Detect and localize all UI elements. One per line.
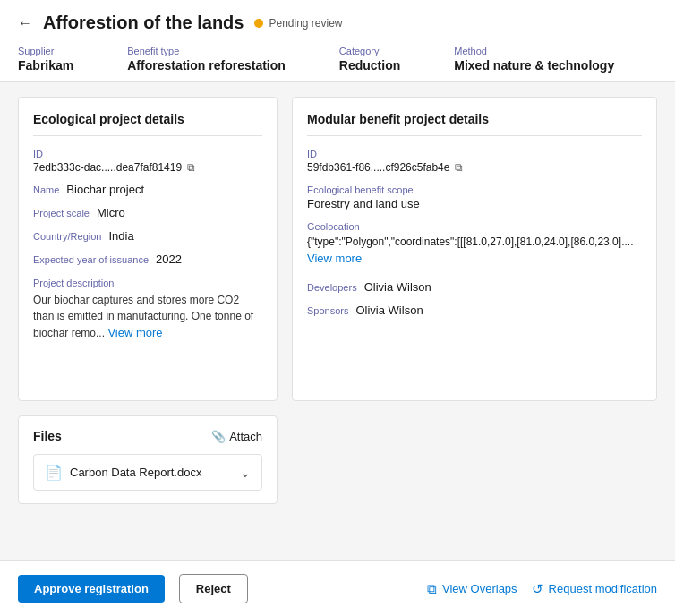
file-row[interactable]: 📄 Carbon Data Report.docx ⌄: [33, 454, 262, 491]
eco-view-more-link[interactable]: View more: [107, 326, 162, 339]
mod-geolocation-text: {"type":"Polygon","coordinates":[[[81.0,…: [307, 234, 642, 268]
chevron-down-icon[interactable]: ⌄: [240, 466, 251, 480]
category-label: Category: [339, 46, 400, 56]
files-header: Files 📎 Attach: [33, 429, 262, 443]
mod-id-label: ID: [307, 149, 642, 159]
file-name: Carbon Data Report.docx: [70, 466, 201, 479]
meta-method: Method Mixed nature & technology: [454, 46, 614, 73]
status-dot-icon: [254, 19, 263, 28]
mod-id-field: 59fdb361-f86.....cf926c5fab4e ⧉: [307, 161, 642, 174]
cards-row: Ecological project details ID 7edb333c-d…: [18, 97, 657, 401]
attach-button[interactable]: 📎 Attach: [211, 430, 262, 443]
eco-year-value: 2022: [156, 252, 182, 266]
file-doc-icon: 📄: [45, 464, 63, 481]
ecological-project-card: Ecological project details ID 7edb333c-d…: [18, 97, 278, 401]
method-value: Mixed nature & technology: [454, 58, 614, 73]
reject-button[interactable]: Reject: [179, 574, 248, 603]
modular-card-title: Modular benefit project details: [307, 112, 642, 136]
supplier-value: Fabrikam: [18, 58, 73, 73]
eco-year-label: Expected year of issuance: [33, 254, 149, 265]
page-header: ← Afforestion of the lands Pending revie…: [0, 0, 675, 82]
request-modification-button[interactable]: ↺ Request modification: [532, 581, 657, 597]
meta-category: Category Reduction: [339, 46, 400, 73]
eco-scale-value: Micro: [97, 206, 125, 219]
supplier-label: Supplier: [18, 46, 73, 56]
status-text: Pending review: [269, 17, 342, 30]
eco-id-copy-icon[interactable]: ⧉: [187, 161, 195, 174]
back-button[interactable]: ←: [18, 15, 32, 31]
eco-name-field: Name Biochar project: [33, 183, 262, 197]
mod-view-more-link[interactable]: View more: [307, 252, 362, 265]
eco-name-value: Biochar project: [66, 183, 144, 196]
eco-desc-label: Project description: [33, 278, 262, 288]
meta-supplier: Supplier Fabrikam: [18, 46, 73, 73]
mod-developers-field: Developers Olivia Wilson: [307, 280, 642, 295]
mod-developers-label: Developers: [307, 282, 357, 293]
footer-bar: Approve registration Reject ⧉ View Overl…: [0, 560, 675, 616]
eco-name-label: Name: [33, 184, 59, 195]
benefit-type-value: Afforestation reforestation: [127, 58, 286, 73]
view-overlaps-icon: ⧉: [427, 581, 437, 597]
status-badge: Pending review: [254, 17, 342, 30]
ecological-card-title: Ecological project details: [33, 112, 262, 136]
eco-id-value: 7edb333c-dac.....dea7faf81419: [33, 161, 182, 174]
mod-eco-scope-label: Ecological benefit scope: [307, 184, 642, 195]
attach-label: Attach: [229, 430, 262, 443]
approve-registration-button[interactable]: Approve registration: [18, 575, 165, 603]
mod-sponsors-label: Sponsors: [307, 305, 348, 316]
request-mod-icon: ↺: [532, 581, 543, 597]
files-title: Files: [33, 429, 62, 443]
benefit-type-label: Benefit type: [127, 46, 286, 56]
modular-benefit-card: Modular benefit project details ID 59fdb…: [292, 97, 657, 401]
mod-sponsors-field: Sponsors Olivia Wilson: [307, 304, 642, 318]
file-left: 📄 Carbon Data Report.docx: [45, 464, 201, 481]
mod-id-value: 59fdb361-f86.....cf926c5fab4e: [307, 161, 449, 174]
meta-row: Supplier Fabrikam Benefit type Afforesta…: [18, 46, 657, 73]
mod-geolocation-label: Geolocation: [307, 221, 642, 232]
eco-country-label: Country/Region: [33, 231, 101, 242]
page-title: Afforestion of the lands: [43, 13, 244, 33]
eco-scale-label: Project scale: [33, 208, 90, 218]
eco-year-field: Expected year of issuance 2022: [33, 252, 262, 267]
paperclip-icon: 📎: [211, 430, 226, 443]
bottom-row: Files 📎 Attach 📄 Carbon Data Report.docx…: [18, 415, 657, 504]
meta-benefit-type: Benefit type Afforestation reforestation: [127, 46, 286, 73]
mod-sponsors-value: Olivia Wilson: [355, 304, 423, 317]
request-modification-label: Request modification: [549, 582, 657, 595]
eco-id-field: 7edb333c-dac.....dea7faf81419 ⧉: [33, 161, 262, 174]
eco-desc-text: Our biochar captures and stores more CO2…: [33, 292, 262, 342]
mod-id-copy-icon[interactable]: ⧉: [455, 161, 463, 174]
eco-country-field: Country/Region India: [33, 229, 262, 244]
eco-country-value: India: [108, 229, 133, 243]
view-overlaps-label: View Overlaps: [442, 582, 517, 595]
eco-scale-field: Project scale Micro: [33, 206, 262, 220]
files-card: Files 📎 Attach 📄 Carbon Data Report.docx…: [18, 415, 278, 504]
eco-id-label: ID: [33, 149, 262, 159]
method-label: Method: [454, 46, 614, 56]
view-overlaps-button[interactable]: ⧉ View Overlaps: [427, 581, 517, 597]
mod-developers-value: Olivia Wilson: [364, 280, 431, 294]
main-content: Ecological project details ID 7edb333c-d…: [0, 82, 675, 518]
category-value: Reduction: [339, 58, 400, 73]
mod-eco-scope-value: Forestry and land use: [307, 197, 642, 210]
